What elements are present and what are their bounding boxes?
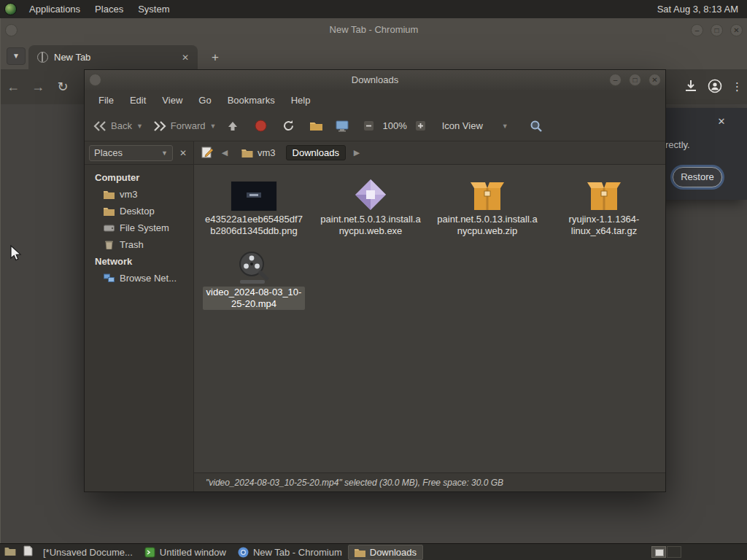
sidebar-mode-chevron-icon: ▼ — [161, 149, 168, 157]
view-mode-combo[interactable]: Icon View ▼ — [442, 120, 512, 131]
search-button[interactable] — [528, 118, 544, 134]
workspace-1[interactable] — [651, 546, 666, 558]
stop-button[interactable] — [252, 118, 268, 134]
sidebar-section-network: Network — [85, 253, 193, 270]
zoom-out-button[interactable] — [360, 118, 376, 134]
home-folder-icon — [241, 148, 253, 158]
task-label: Untitled window — [160, 547, 226, 558]
sidebar-section-computer: Computer — [85, 169, 193, 186]
task-chromium[interactable]: New Tab - Chromium — [232, 545, 348, 560]
fm-titlebar[interactable]: Downloads – □ ✕ — [85, 70, 665, 90]
zoom-in-button[interactable] — [413, 118, 429, 134]
fm-window-title: Downloads — [85, 70, 665, 90]
desktop-button[interactable] — [334, 118, 350, 134]
tab-label: New Tab — [54, 52, 179, 63]
tab-close-icon[interactable]: ✕ — [179, 51, 192, 64]
menu-places[interactable]: Places — [88, 0, 131, 18]
sidebar-item-file-system[interactable]: File System — [85, 219, 193, 236]
distro-logo-icon[interactable] — [4, 3, 17, 15]
browser-reload-icon[interactable]: ↻ — [50, 79, 75, 95]
forward-button[interactable]: Forward ▼ — [152, 118, 217, 134]
workspace-switcher[interactable] — [651, 546, 681, 558]
path-scroll-right-icon[interactable]: ▶ — [350, 148, 363, 158]
sidebar-mode-combo[interactable]: Places ▼ — [89, 145, 173, 161]
close-button[interactable]: ✕ — [730, 24, 743, 36]
file-item-png[interactable]: e43522a1eeb65485df7b2806d1345ddb.png — [196, 171, 312, 244]
tab-new-tab[interactable]: New Tab ✕ — [28, 45, 198, 69]
fm-menu-view[interactable]: View — [154, 90, 190, 111]
file-item-zip[interactable]: paint.net.5.0.13.install.anycpu.web.zip — [429, 171, 546, 244]
workspace-2[interactable] — [667, 546, 681, 558]
fm-window-menu-button[interactable] — [89, 74, 101, 86]
breadcrumb-home[interactable]: vm3 — [236, 146, 282, 160]
top-panel: Applications Places System Sat Aug 3, 8:… — [0, 0, 747, 18]
sidebar-item-label: vm3 — [120, 189, 138, 200]
mouse-cursor — [10, 245, 23, 265]
file-name: paint.net.5.0.13.install.anycpu.web.exe — [320, 214, 422, 237]
task-untitled-window[interactable]: Untitled window — [139, 545, 232, 560]
task-downloads[interactable]: Downloads — [348, 545, 423, 560]
fm-menu-edit[interactable]: Edit — [122, 90, 154, 111]
menu-applications[interactable]: Applications — [22, 0, 88, 18]
browser-menu-kebab-icon[interactable]: ⋮ — [732, 80, 743, 93]
file-manager-window: Downloads – □ ✕ File Edit View Go Bookma… — [84, 69, 666, 492]
refresh-button[interactable] — [280, 118, 296, 134]
drive-icon — [104, 223, 115, 233]
fm-menu-bookmarks[interactable]: Bookmarks — [220, 90, 283, 111]
edit-location-icon[interactable] — [201, 146, 214, 160]
fm-minimize-button[interactable]: – — [609, 74, 622, 86]
sidebar-item-desktop[interactable]: Desktop — [85, 203, 193, 219]
panel-clock[interactable]: Sat Aug 3, 8:13 AM — [657, 0, 747, 18]
task-unsaved-document[interactable]: [*Unsaved Docume... — [37, 545, 139, 560]
sidebar-item-vm3[interactable]: vm3 — [85, 186, 193, 203]
minimize-button[interactable]: – — [691, 24, 703, 36]
fm-menu-go[interactable]: Go — [190, 90, 219, 111]
forward-label: Forward — [171, 120, 206, 131]
file-name: paint.net.5.0.13.install.anycpu.web.zip — [436, 214, 538, 237]
file-name: video_2024-08-03_10-25-20.mp4 — [203, 287, 305, 310]
chromium-titlebar[interactable]: New Tab - Chromium – □ ✕ — [1, 18, 747, 42]
back-dropdown-icon[interactable]: ▼ — [136, 122, 143, 130]
sidebar-item-browse-network[interactable]: Browse Net... — [85, 270, 193, 287]
network-icon — [104, 273, 115, 283]
browser-forward-icon[interactable]: → — [26, 79, 50, 95]
menu-system[interactable]: System — [131, 0, 177, 18]
sidebar-item-label: Trash — [120, 239, 144, 250]
profile-avatar-icon[interactable] — [708, 79, 722, 96]
window-menu-button[interactable] — [5, 24, 18, 36]
back-arrows-icon — [92, 118, 108, 134]
breadcrumb-current[interactable]: Downloads — [286, 145, 346, 160]
fm-menu-help[interactable]: Help — [283, 90, 319, 111]
file-manager-launcher-icon[interactable] — [4, 546, 16, 558]
fm-menu-file[interactable]: File — [90, 90, 122, 111]
bubble-close-icon[interactable]: ✕ — [715, 115, 728, 128]
restore-button[interactable]: Restore — [673, 167, 722, 187]
fm-maximize-button[interactable]: □ — [629, 74, 641, 86]
browser-back-icon[interactable]: ← — [1, 79, 26, 95]
fm-sidebar: Places ▼ ✕ Computer vm3 Desktop — [85, 141, 194, 491]
back-button[interactable]: Back ▼ — [92, 118, 143, 134]
home-folder-button[interactable] — [308, 118, 324, 134]
new-tab-button[interactable]: + — [206, 49, 224, 66]
path-scroll-left-icon[interactable]: ◀ — [218, 148, 231, 158]
forward-dropdown-icon[interactable]: ▼ — [210, 122, 217, 130]
file-name: ryujinx-1.1.1364-linux_x64.tar.gz — [553, 214, 655, 237]
file-item-video-selected[interactable]: video_2024-08-03_10-25-20.mp4 — [196, 244, 312, 316]
sidebar-item-trash[interactable]: Trash — [85, 236, 193, 253]
file-name: e43522a1eeb65485df7b2806d1345ddb.png — [203, 214, 305, 237]
sidebar-item-label: Desktop — [120, 206, 155, 217]
maximize-button[interactable]: □ — [711, 24, 723, 36]
file-item-targz[interactable]: ryujinx-1.1.1364-linux_x64.tar.gz — [546, 171, 662, 244]
file-item-exe[interactable]: paint.net.5.0.13.install.anycpu.web.exe — [312, 171, 429, 244]
chromium-tabstrip: ▼ New Tab ✕ + — [1, 42, 747, 69]
fm-close-button[interactable]: ✕ — [649, 74, 661, 86]
up-button[interactable] — [225, 118, 241, 134]
fm-menubar: File Edit View Go Bookmarks Help — [85, 90, 665, 111]
document-icon[interactable] — [23, 545, 33, 559]
view-mode-chevron-icon: ▼ — [502, 122, 508, 130]
tab-search-chevron-icon[interactable]: ▼ — [7, 47, 26, 65]
sidebar-close-icon[interactable]: ✕ — [177, 148, 189, 158]
downloads-tray-icon[interactable] — [684, 79, 698, 96]
breadcrumb-home-label: vm3 — [258, 147, 276, 158]
fm-icon-view[interactable]: e43522a1eeb65485df7b2806d1345ddb.png pai… — [194, 165, 665, 472]
